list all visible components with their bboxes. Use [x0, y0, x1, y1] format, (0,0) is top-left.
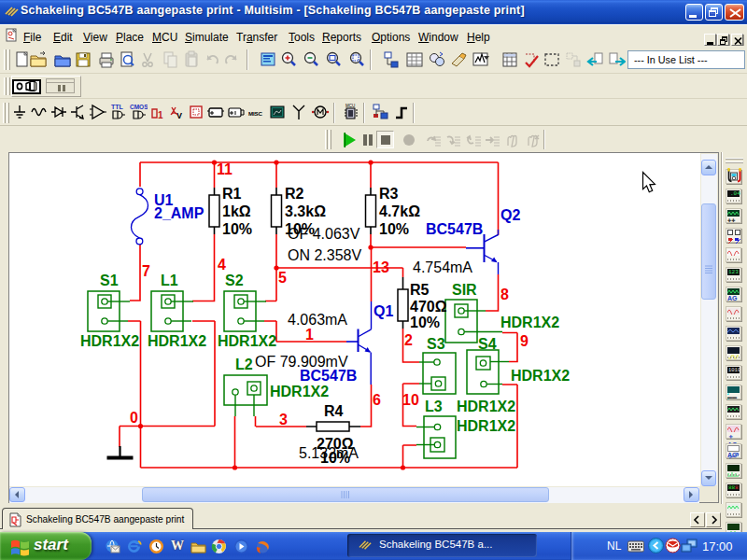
- svg-text:R3: R3: [379, 186, 399, 202]
- svg-text:2: 2: [404, 332, 413, 348]
- svg-text:7: 7: [142, 263, 150, 279]
- svg-text:1kΩ: 1kΩ: [222, 203, 251, 219]
- svg-text:4.063mA: 4.063mA: [288, 312, 347, 328]
- svg-text:R1: R1: [222, 186, 242, 202]
- svg-text:HDR1X2: HDR1X2: [218, 333, 276, 349]
- svg-text:BC547B: BC547B: [426, 221, 483, 237]
- svg-text:HDR1X2: HDR1X2: [457, 399, 515, 414]
- svg-text:4.7kΩ: 4.7kΩ: [379, 203, 420, 219]
- svg-text:MISC: MISC: [248, 110, 262, 117]
- svg-text:4: 4: [218, 257, 226, 273]
- svg-text:4.754mA: 4.754mA: [413, 259, 472, 275]
- svg-text:OF 4.063V: OF 4.063V: [288, 226, 360, 242]
- svg-text:10: 10: [402, 392, 419, 408]
- svg-text:1: 1: [158, 110, 163, 120]
- svg-text:5.132mA: 5.132mA: [299, 445, 359, 461]
- svg-text:10%: 10%: [410, 315, 440, 330]
- svg-text:CMOS: CMOS: [130, 104, 148, 110]
- svg-text:ON 2.358V: ON 2.358V: [288, 247, 361, 263]
- svg-text:L3: L3: [425, 399, 443, 414]
- svg-text:MCU: MCU: [345, 104, 355, 108]
- svg-text:1: 1: [305, 327, 314, 343]
- svg-text:R2: R2: [285, 186, 304, 202]
- svg-text:470Ω: 470Ω: [410, 299, 447, 315]
- svg-text:V: V: [176, 111, 182, 120]
- svg-text:6: 6: [373, 392, 381, 408]
- svg-text:BC547B: BC547B: [300, 368, 357, 384]
- svg-text:HDR1X2: HDR1X2: [500, 315, 559, 330]
- svg-text:Q1: Q1: [374, 303, 393, 319]
- svg-text:11: 11: [217, 161, 233, 177]
- svg-text:R4: R4: [324, 403, 344, 419]
- svg-text:S2: S2: [225, 273, 244, 288]
- svg-text:HDR1X2: HDR1X2: [457, 418, 515, 434]
- svg-text:HDR1X2: HDR1X2: [80, 333, 139, 349]
- svg-text:HDR1X2: HDR1X2: [511, 368, 570, 384]
- svg-text:2_AMP: 2_AMP: [154, 205, 204, 221]
- svg-text:Q2: Q2: [500, 207, 520, 223]
- svg-text:0: 0: [130, 410, 138, 426]
- svg-text:5: 5: [278, 270, 287, 286]
- svg-text:9: 9: [520, 333, 529, 349]
- svg-text:HDR1X2: HDR1X2: [148, 333, 206, 349]
- svg-text:3: 3: [279, 412, 288, 427]
- svg-text:3.3kΩ: 3.3kΩ: [285, 203, 326, 219]
- svg-text:L1: L1: [161, 273, 178, 288]
- svg-text:HDR1X2: HDR1X2: [270, 384, 329, 399]
- svg-text:S3: S3: [427, 336, 445, 352]
- svg-text:L2: L2: [235, 357, 253, 372]
- svg-text:8: 8: [500, 287, 509, 302]
- svg-text:S4: S4: [478, 336, 497, 352]
- svg-text:S1: S1: [100, 273, 119, 288]
- svg-text:13: 13: [373, 259, 389, 275]
- svg-text:R5: R5: [410, 282, 430, 298]
- svg-text:SIR: SIR: [452, 282, 477, 298]
- svg-text:10%: 10%: [379, 221, 409, 237]
- svg-text:10%: 10%: [222, 221, 252, 237]
- svg-text:TTL: TTL: [111, 104, 124, 110]
